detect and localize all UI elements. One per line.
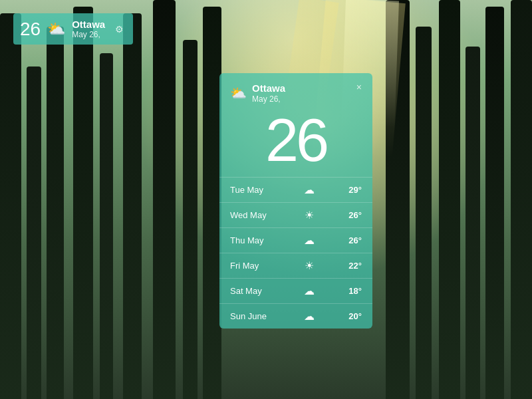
forecast-day: Thu May (230, 235, 277, 245)
forecast-weather-icon: ☁ (277, 285, 342, 297)
forecast-list: Tue May ☁ 29° Wed May ☀ 26° Thu May ☁ 26… (219, 177, 372, 329)
weather-card: ⛅ Ottawa May 26, × 26 Tue May ☁ 29° Wed … (219, 73, 372, 329)
topbar-city: Ottawa (72, 19, 105, 30)
card-date: May 26, (252, 94, 285, 104)
forecast-temp: 18° (342, 286, 362, 296)
close-button[interactable]: × (356, 82, 362, 92)
forecast-weather-icon: ☁ (277, 234, 342, 247)
forecast-row: Tue May ☁ 29° (219, 177, 372, 202)
forecast-day: Sat May (230, 286, 277, 296)
forecast-row: Sat May ☁ 18° (219, 278, 372, 303)
topbar-weather-icon: ⛅ (47, 21, 65, 38)
card-temperature: 26 (219, 108, 372, 177)
forecast-weather-icon: ☀ (277, 259, 342, 272)
forecast-row: Thu May ☁ 26° (219, 227, 372, 253)
forecast-row: Wed May ☀ 26° (219, 202, 372, 227)
forecast-temp: 29° (342, 185, 362, 195)
forecast-day: Tue May (230, 185, 277, 195)
forecast-temp: 26° (342, 235, 362, 245)
forecast-temp: 20° (342, 311, 362, 321)
forecast-weather-icon: ☀ (277, 209, 342, 221)
settings-icon[interactable]: ⚙ (115, 24, 124, 35)
forecast-day: Fri May (230, 261, 277, 271)
topbar-date: May 26, (72, 30, 105, 39)
card-location: Ottawa May 26, (252, 82, 285, 104)
forecast-temp: 22° (342, 261, 362, 271)
top-bar-widget: 26 ⛅ Ottawa May 26, ⚙ (13, 13, 133, 45)
topbar-temperature: 26 (20, 20, 41, 39)
forecast-row: Fri May ☀ 22° (219, 253, 372, 278)
card-header: ⛅ Ottawa May 26, × (219, 73, 372, 108)
forecast-weather-icon: ☁ (277, 184, 342, 196)
card-city: Ottawa (252, 82, 285, 94)
card-header-left: ⛅ Ottawa May 26, (230, 82, 285, 104)
forecast-day: Wed May (230, 210, 277, 220)
forecast-weather-icon: ☁ (277, 310, 342, 323)
forecast-row: Sun June ☁ 20° (219, 303, 372, 329)
card-weather-icon: ⛅ (230, 85, 247, 101)
topbar-info: Ottawa May 26, (72, 19, 105, 39)
forecast-day: Sun June (230, 311, 277, 321)
forecast-temp: 26° (342, 210, 362, 220)
